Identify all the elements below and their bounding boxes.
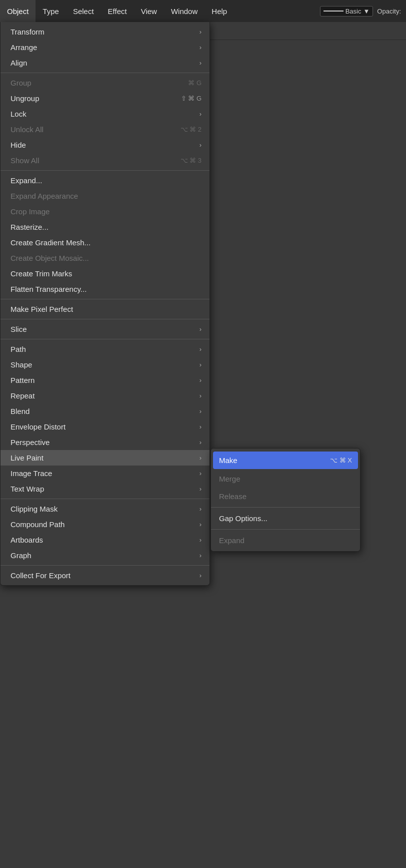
menubar: Object Type Select Effect View Window He…	[0, 0, 406, 22]
sep2	[0, 170, 210, 171]
menubar-effect[interactable]: Effect	[101, 0, 134, 22]
submenu-make-shortcut: ⌥ ⌘ X	[330, 457, 352, 464]
menubar-view[interactable]: View	[134, 0, 164, 22]
sep3	[0, 299, 210, 299]
menu-path-label: Path	[10, 345, 26, 353]
menu-compound-path[interactable]: Compound Path ›	[0, 517, 210, 532]
submenu-expand[interactable]: Expand	[211, 532, 360, 549]
menu-pattern-chevron: ›	[200, 376, 202, 384]
menu-text-wrap-label: Text Wrap	[10, 485, 44, 493]
menu-blend[interactable]: Blend ›	[0, 403, 210, 419]
menu-slice[interactable]: Slice ›	[0, 321, 210, 337]
menu-group[interactable]: Group ⌘ G	[0, 75, 210, 91]
toolbar-right: Basic ▼ Opacity:	[320, 0, 406, 22]
menu-text-wrap[interactable]: Text Wrap ›	[0, 481, 210, 497]
menu-collect-for-export[interactable]: Collect For Export ›	[0, 568, 210, 583]
menu-blend-label: Blend	[10, 407, 30, 415]
menubar-help[interactable]: Help	[204, 0, 234, 22]
menu-image-trace[interactable]: Image Trace ›	[0, 466, 210, 481]
submenu-merge[interactable]: Merge	[211, 470, 360, 488]
submenu-release[interactable]: Release	[211, 488, 360, 505]
menu-shape-chevron: ›	[200, 361, 202, 368]
menu-create-object-mosaic[interactable]: Create Object Mosaic...	[0, 250, 210, 266]
menu-align-chevron: ›	[200, 59, 202, 67]
menu-perspective-label: Perspective	[10, 438, 50, 447]
sep1	[0, 73, 210, 73]
menu-rasterize-label: Rasterize...	[10, 223, 48, 231]
menu-rasterize[interactable]: Rasterize...	[0, 219, 210, 235]
menu-collect-for-export-label: Collect For Export	[10, 571, 70, 580]
menu-make-pixel-perfect[interactable]: Make Pixel Perfect	[0, 301, 210, 317]
menu-envelope-distort[interactable]: Envelope Distort ›	[0, 419, 210, 435]
menu-create-object-mosaic-label: Create Object Mosaic...	[10, 254, 89, 262]
menu-show-all-label: Show All	[10, 156, 40, 165]
menu-align-label: Align	[10, 59, 27, 67]
menu-unlock-all-shortcut: ⌥ ⌘ 2	[180, 126, 202, 133]
menu-arrange-chevron: ›	[200, 44, 202, 51]
menu-create-gradient-mesh-label: Create Gradient Mesh...	[10, 238, 90, 247]
submenu-sep2	[211, 529, 360, 530]
menu-ungroup-shortcut: ⇧ ⌘ G	[181, 95, 202, 102]
menubar-window[interactable]: Window	[164, 0, 204, 22]
menu-collect-for-export-chevron: ›	[200, 572, 202, 579]
menu-artboards[interactable]: Artboards ›	[0, 532, 210, 548]
menu-expand-appearance-label: Expand Appearance	[10, 192, 78, 200]
menu-path[interactable]: Path ›	[0, 341, 210, 357]
menu-hide-chevron: ›	[200, 141, 202, 149]
menu-transform-chevron: ›	[200, 28, 202, 36]
menu-artboards-label: Artboards	[10, 536, 43, 544]
menu-arrange[interactable]: Arrange ›	[0, 40, 210, 55]
menu-align[interactable]: Align ›	[0, 55, 210, 71]
menu-show-all-shortcut: ⌥ ⌘ 3	[180, 157, 202, 164]
menu-clipping-mask-chevron: ›	[200, 505, 202, 513]
submenu-expand-label: Expand	[219, 536, 244, 545]
menu-arrange-label: Arrange	[10, 43, 37, 52]
menu-lock-label: Lock	[10, 110, 26, 118]
menu-clipping-mask[interactable]: Clipping Mask ›	[0, 501, 210, 517]
menubar-object[interactable]: Object	[0, 0, 36, 22]
menu-shape[interactable]: Shape ›	[0, 357, 210, 372]
menu-create-trim-marks[interactable]: Create Trim Marks	[0, 266, 210, 281]
menu-repeat[interactable]: Repeat ›	[0, 388, 210, 403]
menu-expand-appearance[interactable]: Expand Appearance	[0, 188, 210, 204]
menu-live-paint[interactable]: Live Paint › Make ⌥ ⌘ X Merge Release Ga…	[0, 450, 210, 466]
live-paint-submenu: Make ⌥ ⌘ X Merge Release Gap Options... …	[210, 448, 360, 552]
menu-ungroup[interactable]: Ungroup ⇧ ⌘ G	[0, 91, 210, 106]
menu-transform[interactable]: Transform ›	[0, 24, 210, 40]
menu-group-label: Group	[10, 79, 32, 87]
menu-shape-label: Shape	[10, 360, 32, 369]
menu-pattern-label: Pattern	[10, 376, 34, 384]
submenu-release-label: Release	[219, 492, 246, 501]
sep4	[0, 319, 210, 319]
menu-repeat-label: Repeat	[10, 391, 34, 400]
submenu-gap-options[interactable]: Gap Options...	[211, 510, 360, 527]
menubar-type[interactable]: Type	[36, 0, 66, 22]
submenu-sep1	[211, 507, 360, 508]
object-menu: Transform › Arrange › Align › Group ⌘ G …	[0, 22, 210, 586]
menubar-select[interactable]: Select	[66, 0, 101, 22]
menu-show-all[interactable]: Show All ⌥ ⌘ 3	[0, 153, 210, 168]
menu-lock-chevron: ›	[200, 110, 202, 118]
menu-flatten-transparency[interactable]: Flatten Transparency...	[0, 281, 210, 297]
menu-graph[interactable]: Graph ›	[0, 548, 210, 563]
stroke-preview	[324, 11, 344, 12]
menu-create-gradient-mesh[interactable]: Create Gradient Mesh...	[0, 235, 210, 250]
menu-expand[interactable]: Expand...	[0, 173, 210, 188]
menu-lock[interactable]: Lock ›	[0, 106, 210, 122]
menu-expand-label: Expand...	[10, 176, 42, 185]
submenu-make[interactable]: Make ⌥ ⌘ X	[213, 452, 358, 469]
style-selector[interactable]: Basic ▼	[320, 6, 374, 17]
menu-hide[interactable]: Hide ›	[0, 137, 210, 153]
menu-flatten-transparency-label: Flatten Transparency...	[10, 285, 86, 293]
menu-ungroup-label: Ungroup	[10, 94, 40, 103]
menu-unlock-all[interactable]: Unlock All ⌥ ⌘ 2	[0, 122, 210, 137]
basic-chevron: ▼	[363, 8, 370, 15]
menu-group-shortcut: ⌘ G	[188, 79, 202, 87]
menu-pattern[interactable]: Pattern ›	[0, 372, 210, 388]
menu-crop-image[interactable]: Crop Image	[0, 204, 210, 219]
menu-crop-image-label: Crop Image	[10, 207, 50, 216]
menu-perspective[interactable]: Perspective ›	[0, 435, 210, 450]
menu-perspective-chevron: ›	[200, 439, 202, 446]
menu-blend-chevron: ›	[200, 407, 202, 415]
menu-text-wrap-chevron: ›	[200, 485, 202, 493]
